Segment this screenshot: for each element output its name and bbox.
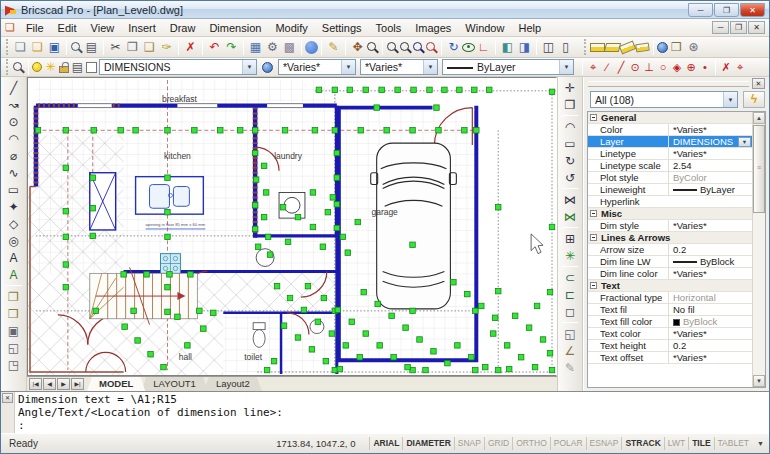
property-value[interactable]: No fil — [668, 304, 752, 315]
grip-point[interactable] — [252, 128, 257, 133]
menu-dimension[interactable]: Dimension — [202, 20, 268, 36]
grip-point[interactable] — [144, 272, 149, 277]
color-combobox[interactable]: *Varies* ▼ — [278, 59, 356, 75]
grip-point[interactable] — [334, 202, 339, 207]
grip-point[interactable] — [427, 87, 432, 92]
grip-point[interactable] — [252, 150, 257, 155]
grip-point[interactable] — [483, 364, 488, 369]
settings-icon[interactable]: ⚙ — [264, 39, 281, 56]
grip-point[interactable] — [281, 323, 286, 328]
scroll-down-icon[interactable]: ▼ — [753, 375, 765, 387]
modify-mirror-icon[interactable]: ⋈ — [562, 191, 579, 208]
grip-point[interactable] — [165, 284, 170, 289]
print-icon[interactable]: ▤ — [83, 39, 100, 56]
draw-mtext-icon[interactable]: A — [5, 266, 22, 283]
menu-help[interactable]: Help — [511, 20, 548, 36]
property-value[interactable]: Horizontal — [668, 292, 752, 303]
property-value[interactable]: 2.54 — [668, 160, 752, 171]
grip-point[interactable] — [343, 343, 348, 348]
grip-point[interactable] — [211, 310, 216, 315]
grip-point[interactable] — [323, 358, 328, 363]
property-value[interactable]: 0.2 — [668, 340, 752, 351]
snap-track-icon[interactable]: ⌖ — [586, 59, 600, 76]
ucs-icon[interactable]: ∟ — [475, 39, 492, 56]
modify-extend-icon[interactable]: ⊏ — [562, 286, 579, 303]
grip-point[interactable] — [197, 308, 202, 313]
regen-icon[interactable]: ↻ — [445, 39, 462, 56]
chevron-down-icon[interactable]: ▼ — [341, 60, 355, 74]
draw-arc-icon[interactable]: ◠ — [5, 130, 22, 147]
draw-point-icon[interactable]: ✦ — [5, 198, 22, 215]
grip-point[interactable] — [469, 355, 474, 360]
grip-point[interactable] — [462, 128, 467, 133]
pan-icon[interactable]: ✥ — [349, 39, 366, 56]
grip-point[interactable] — [434, 105, 439, 110]
grip-point[interactable] — [267, 252, 272, 257]
grip-point[interactable] — [63, 262, 68, 267]
collapse-icon[interactable] — [590, 282, 597, 289]
snap-clear-icon[interactable]: ✗ — [719, 59, 733, 76]
status-toggle-ortho[interactable]: ORTHO — [512, 437, 550, 450]
grip-point[interactable] — [329, 331, 334, 336]
grip-point[interactable] — [287, 295, 292, 300]
grip-point[interactable] — [349, 319, 354, 324]
modify-rectangle-icon[interactable]: ▭ — [562, 135, 579, 152]
scrollbar-thumb[interactable]: ≡ — [753, 125, 765, 213]
chevron-down-icon[interactable]: ▼ — [738, 137, 751, 147]
window-new-icon[interactable]: ▯ — [557, 39, 574, 56]
grip-point[interactable] — [363, 87, 368, 92]
grip-point[interactable] — [410, 128, 415, 133]
command-close-icon[interactable]: ✕ — [2, 393, 13, 403]
grip-point[interactable] — [122, 324, 127, 329]
linetype-combobox[interactable]: *Varies* ▼ — [360, 59, 438, 75]
grip-point[interactable] — [63, 128, 68, 133]
copy-icon[interactable]: ❐ — [124, 39, 141, 56]
open-folder-icon[interactable]: ❏ — [29, 39, 46, 56]
chevron-down-icon[interactable]: ▼ — [723, 92, 737, 107]
menu-file[interactable]: File — [19, 20, 51, 36]
panel-close-icon[interactable]: ✕ — [752, 78, 765, 89]
grip-point[interactable] — [93, 308, 98, 313]
grip-point[interactable] — [252, 226, 257, 231]
grip-point[interactable] — [310, 190, 315, 195]
property-value[interactable]: *Varies* — [668, 148, 752, 159]
properties-scrollbar[interactable]: ▲ ≡ ▼ — [752, 112, 765, 387]
grip-point[interactable] — [549, 367, 554, 372]
block-insert-icon[interactable]: ❒ — [5, 305, 22, 322]
modify-rotate-ref-icon[interactable]: ↺ — [562, 169, 579, 186]
grip-point[interactable] — [473, 367, 478, 372]
property-value[interactable]: *Varies* — [668, 220, 752, 231]
mdi-close-button[interactable]: ✕ — [748, 21, 765, 34]
collapse-icon[interactable] — [590, 114, 597, 121]
dim-angular-icon[interactable] — [619, 40, 636, 54]
section-header[interactable]: Text — [588, 280, 752, 292]
grip-point[interactable] — [379, 87, 384, 92]
layer-lock-icon[interactable] — [59, 66, 69, 73]
grip-point[interactable] — [361, 289, 366, 294]
property-row[interactable]: Linetype scale2.54 — [588, 160, 752, 172]
view-3d-b-icon[interactable]: ◨ — [516, 39, 533, 56]
chevron-down-icon[interactable]: ▼ — [423, 60, 437, 74]
grip-point[interactable] — [255, 244, 260, 249]
toolbar-grip[interactable] — [584, 39, 588, 55]
grip-point[interactable] — [271, 358, 276, 363]
selection-filter-combobox[interactable]: All (108) ▼ — [590, 91, 738, 108]
snap-center-icon[interactable]: ⊙ — [628, 59, 642, 76]
grip-point[interactable] — [237, 128, 242, 133]
grip-point[interactable] — [532, 364, 537, 369]
draw-text-icon[interactable]: A — [5, 249, 22, 266]
property-value[interactable]: DIMENSIONS▼ — [668, 136, 752, 147]
layer-combobox[interactable]: DIMENSIONS ▼ — [99, 59, 257, 75]
snap-endpoint-icon[interactable]: ∕ — [600, 59, 614, 76]
snap-tangent-icon[interactable]: ○ — [656, 59, 670, 76]
toolbar-grip[interactable] — [6, 39, 10, 55]
grip-point[interactable] — [282, 128, 287, 133]
grip-point[interactable] — [375, 301, 380, 306]
grip-point[interactable] — [410, 242, 415, 247]
grip-point[interactable] — [165, 175, 170, 180]
grip-point[interactable] — [465, 291, 470, 296]
draw-circle-icon[interactable]: ⊙ — [5, 113, 22, 130]
collapse-icon[interactable] — [590, 234, 597, 241]
status-menu-arrow-icon[interactable]: ▼ — [752, 440, 769, 447]
grip-point[interactable] — [504, 343, 509, 348]
